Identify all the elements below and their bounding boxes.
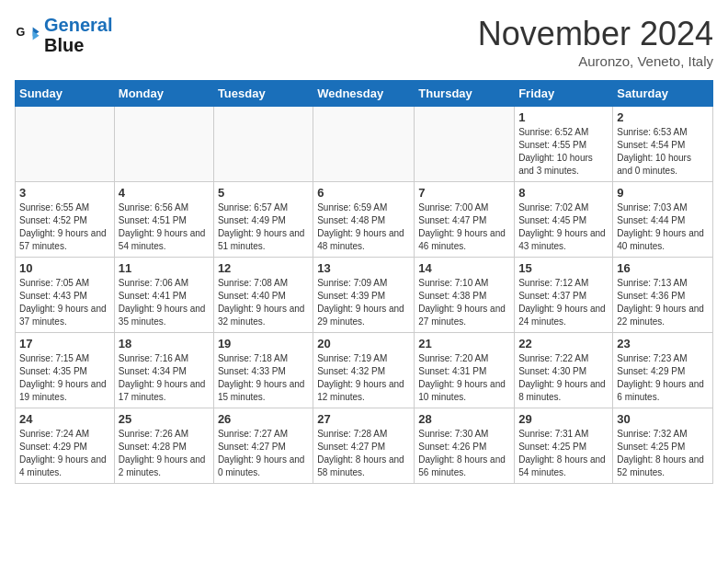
day-header-tuesday: Tuesday [213, 81, 313, 107]
calendar-week-row: 3Sunrise: 6:55 AM Sunset: 4:52 PM Daylig… [16, 182, 713, 258]
day-number: 13 [317, 261, 410, 275]
day-number: 2 [617, 110, 709, 124]
day-number: 7 [418, 186, 510, 200]
calendar-cell [415, 107, 515, 182]
day-number: 16 [617, 261, 709, 275]
calendar-cell: 19Sunrise: 7:18 AM Sunset: 4:33 PM Dayli… [213, 333, 313, 408]
day-info: Sunrise: 7:08 AM Sunset: 4:40 PM Dayligh… [218, 277, 309, 328]
day-header-thursday: Thursday [415, 81, 515, 107]
day-info: Sunrise: 7:00 AM Sunset: 4:47 PM Dayligh… [418, 201, 510, 253]
calendar-cell: 1Sunrise: 6:52 AM Sunset: 4:55 PM Daylig… [515, 107, 613, 182]
day-number: 3 [19, 186, 110, 200]
logo: G General Blue [15, 15, 112, 55]
day-number: 29 [518, 412, 609, 426]
calendar-cell: 13Sunrise: 7:09 AM Sunset: 4:39 PM Dayli… [313, 258, 415, 333]
day-info: Sunrise: 7:27 AM Sunset: 4:27 PM Dayligh… [218, 428, 309, 479]
calendar-cell: 10Sunrise: 7:05 AM Sunset: 4:43 PM Dayli… [16, 258, 115, 333]
calendar-cell: 17Sunrise: 7:15 AM Sunset: 4:35 PM Dayli… [16, 333, 115, 408]
day-info: Sunrise: 6:52 AM Sunset: 4:55 PM Dayligh… [518, 126, 609, 178]
calendar-week-row: 17Sunrise: 7:15 AM Sunset: 4:35 PM Dayli… [16, 333, 713, 408]
calendar-cell: 4Sunrise: 6:56 AM Sunset: 4:51 PM Daylig… [114, 182, 213, 258]
day-info: Sunrise: 7:32 AM Sunset: 4:25 PM Dayligh… [617, 428, 709, 479]
calendar-cell: 15Sunrise: 7:12 AM Sunset: 4:37 PM Dayli… [515, 258, 613, 333]
calendar-cell: 27Sunrise: 7:28 AM Sunset: 4:27 PM Dayli… [313, 408, 415, 484]
day-number: 18 [119, 337, 210, 350]
day-info: Sunrise: 7:22 AM Sunset: 4:30 PM Dayligh… [518, 352, 609, 404]
calendar-cell: 12Sunrise: 7:08 AM Sunset: 4:40 PM Dayli… [213, 258, 313, 333]
calendar-cell [313, 107, 415, 182]
day-info: Sunrise: 7:23 AM Sunset: 4:29 PM Dayligh… [617, 352, 709, 404]
title-block: November 2024 Auronzo, Veneto, Italy [478, 15, 713, 69]
day-info: Sunrise: 6:57 AM Sunset: 4:49 PM Dayligh… [218, 201, 309, 253]
calendar-cell: 5Sunrise: 6:57 AM Sunset: 4:49 PM Daylig… [213, 182, 313, 258]
calendar-cell: 20Sunrise: 7:19 AM Sunset: 4:32 PM Dayli… [313, 333, 415, 408]
day-info: Sunrise: 6:59 AM Sunset: 4:48 PM Dayligh… [317, 201, 410, 253]
calendar-cell: 29Sunrise: 7:31 AM Sunset: 4:25 PM Dayli… [515, 408, 613, 484]
day-info: Sunrise: 7:20 AM Sunset: 4:31 PM Dayligh… [418, 352, 510, 404]
svg-text:G: G [16, 26, 25, 39]
day-info: Sunrise: 7:06 AM Sunset: 4:41 PM Dayligh… [119, 277, 210, 328]
day-header-sunday: Sunday [16, 81, 115, 107]
day-info: Sunrise: 7:31 AM Sunset: 4:25 PM Dayligh… [518, 428, 609, 479]
day-number: 9 [617, 186, 709, 200]
day-info: Sunrise: 6:55 AM Sunset: 4:52 PM Dayligh… [19, 201, 110, 253]
calendar-cell: 2Sunrise: 6:53 AM Sunset: 4:54 PM Daylig… [613, 107, 713, 182]
day-number: 26 [218, 412, 309, 426]
day-info: Sunrise: 7:03 AM Sunset: 4:44 PM Dayligh… [617, 201, 709, 253]
logo-icon: G [15, 22, 40, 48]
calendar-cell: 30Sunrise: 7:32 AM Sunset: 4:25 PM Dayli… [613, 408, 713, 484]
day-info: Sunrise: 7:15 AM Sunset: 4:35 PM Dayligh… [19, 352, 110, 404]
calendar-cell: 7Sunrise: 7:00 AM Sunset: 4:47 PM Daylig… [415, 182, 515, 258]
calendar-cell: 8Sunrise: 7:02 AM Sunset: 4:45 PM Daylig… [515, 182, 613, 258]
header: G General Blue November 2024 Auronzo, Ve… [15, 15, 713, 69]
day-number: 20 [317, 337, 410, 350]
calendar-week-row: 10Sunrise: 7:05 AM Sunset: 4:43 PM Dayli… [16, 258, 713, 333]
day-info: Sunrise: 7:30 AM Sunset: 4:26 PM Dayligh… [418, 428, 510, 479]
day-info: Sunrise: 7:10 AM Sunset: 4:38 PM Dayligh… [418, 277, 510, 328]
calendar-cell: 6Sunrise: 6:59 AM Sunset: 4:48 PM Daylig… [313, 182, 415, 258]
day-info: Sunrise: 7:18 AM Sunset: 4:33 PM Dayligh… [218, 352, 309, 404]
day-number: 17 [19, 337, 110, 350]
day-number: 23 [617, 337, 709, 350]
day-info: Sunrise: 7:13 AM Sunset: 4:36 PM Dayligh… [617, 277, 709, 328]
day-info: Sunrise: 7:05 AM Sunset: 4:43 PM Dayligh… [19, 277, 110, 328]
day-number: 6 [317, 186, 410, 200]
calendar-cell: 28Sunrise: 7:30 AM Sunset: 4:26 PM Dayli… [415, 408, 515, 484]
page-container: G General Blue November 2024 Auronzo, Ve… [0, 0, 728, 499]
calendar-cell: 14Sunrise: 7:10 AM Sunset: 4:38 PM Dayli… [415, 258, 515, 333]
day-number: 19 [218, 337, 309, 350]
calendar-cell: 18Sunrise: 7:16 AM Sunset: 4:34 PM Dayli… [114, 333, 213, 408]
day-header-saturday: Saturday [613, 81, 713, 107]
calendar-cell: 3Sunrise: 6:55 AM Sunset: 4:52 PM Daylig… [16, 182, 115, 258]
day-number: 10 [19, 261, 110, 275]
day-info: Sunrise: 7:02 AM Sunset: 4:45 PM Dayligh… [518, 201, 609, 253]
calendar-cell: 25Sunrise: 7:26 AM Sunset: 4:28 PM Dayli… [114, 408, 213, 484]
calendar-cell: 9Sunrise: 7:03 AM Sunset: 4:44 PM Daylig… [613, 182, 713, 258]
day-number: 4 [119, 186, 210, 200]
day-info: Sunrise: 6:53 AM Sunset: 4:54 PM Dayligh… [617, 126, 709, 178]
calendar-cell: 21Sunrise: 7:20 AM Sunset: 4:31 PM Dayli… [415, 333, 515, 408]
calendar-cell: 11Sunrise: 7:06 AM Sunset: 4:41 PM Dayli… [114, 258, 213, 333]
calendar-cell: 26Sunrise: 7:27 AM Sunset: 4:27 PM Dayli… [213, 408, 313, 484]
day-info: Sunrise: 6:56 AM Sunset: 4:51 PM Dayligh… [119, 201, 210, 253]
calendar-cell: 16Sunrise: 7:13 AM Sunset: 4:36 PM Dayli… [613, 258, 713, 333]
day-info: Sunrise: 7:26 AM Sunset: 4:28 PM Dayligh… [119, 428, 210, 479]
calendar-cell [16, 107, 115, 182]
day-header-wednesday: Wednesday [313, 81, 415, 107]
day-info: Sunrise: 7:24 AM Sunset: 4:29 PM Dayligh… [19, 428, 110, 479]
day-number: 30 [617, 412, 709, 426]
calendar-cell: 24Sunrise: 7:24 AM Sunset: 4:29 PM Dayli… [16, 408, 115, 484]
month-title: November 2024 [478, 15, 713, 53]
day-number: 28 [418, 412, 510, 426]
calendar-cell: 23Sunrise: 7:23 AM Sunset: 4:29 PM Dayli… [613, 333, 713, 408]
day-header-monday: Monday [114, 81, 213, 107]
calendar-cell [213, 107, 313, 182]
day-info: Sunrise: 7:28 AM Sunset: 4:27 PM Dayligh… [317, 428, 410, 479]
day-number: 25 [119, 412, 210, 426]
day-number: 11 [119, 261, 210, 275]
day-info: Sunrise: 7:09 AM Sunset: 4:39 PM Dayligh… [317, 277, 410, 328]
day-number: 15 [518, 261, 609, 275]
location: Auronzo, Veneto, Italy [478, 53, 713, 69]
day-header-friday: Friday [515, 81, 613, 107]
calendar-table: SundayMondayTuesdayWednesdayThursdayFrid… [15, 80, 713, 484]
